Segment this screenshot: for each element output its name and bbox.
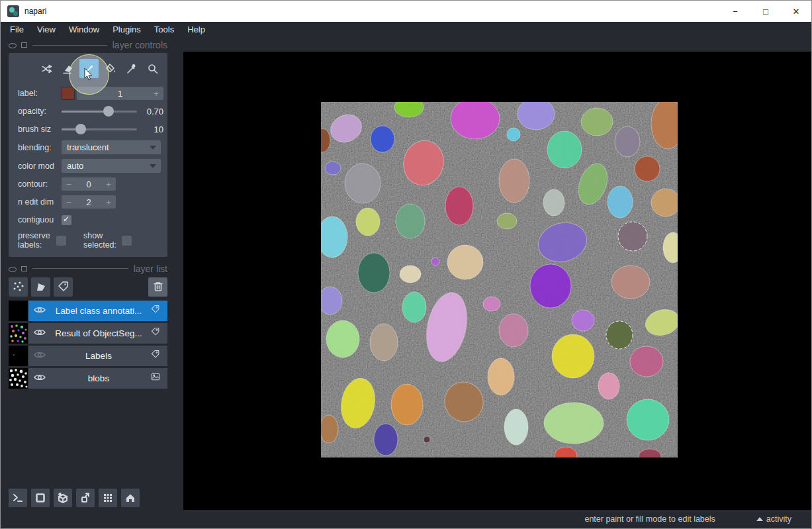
- n-edit-dim-row: n edit dim − 2 +: [18, 195, 163, 209]
- labels-layer-type-icon: [150, 304, 162, 317]
- paint-brush-icon: [83, 63, 95, 75]
- hide-panel-icon[interactable]: [9, 42, 16, 48]
- visibility-eye-icon[interactable]: [34, 305, 47, 316]
- opacity-slider-handle[interactable]: [103, 106, 114, 117]
- points-icon: [12, 280, 25, 293]
- brush-size-value: 10: [142, 124, 163, 134]
- blending-dropdown[interactable]: translucent: [62, 140, 161, 154]
- viewer-buttons: [9, 489, 140, 507]
- labels-toolbar: [13, 57, 163, 82]
- n-edit-dim-increment-button[interactable]: +: [101, 197, 116, 207]
- minimize-button[interactable]: −: [720, 1, 750, 22]
- visibility-eye-icon[interactable]: [34, 372, 47, 384]
- segmentation-image[interactable]: [321, 102, 678, 457]
- viewer-canvas[interactable]: [183, 52, 811, 511]
- show-selected-checkbox[interactable]: [122, 236, 132, 246]
- erase-button[interactable]: [58, 59, 77, 78]
- transpose-dimensions-button[interactable]: [76, 489, 95, 507]
- activity-label: activity: [766, 514, 791, 524]
- chevron-down-icon: [150, 164, 156, 168]
- contour-spinbox[interactable]: − 0 +: [62, 177, 116, 191]
- close-button[interactable]: ✕: [781, 1, 811, 22]
- pan-zoom-button[interactable]: [143, 59, 162, 78]
- layer-name: Label class annotati...: [50, 306, 148, 316]
- grid-view-button[interactable]: [99, 489, 117, 507]
- activity-toggle[interactable]: activity: [756, 514, 791, 524]
- image-layer-type-icon: [150, 371, 162, 385]
- menu-plugins[interactable]: Plugins: [106, 24, 148, 34]
- layer-row-label-class-annotations[interactable]: Label class annotati...: [9, 301, 167, 321]
- layer-name: Labels: [50, 351, 148, 361]
- home-icon: [124, 492, 136, 504]
- contour-decrement-button[interactable]: −: [62, 179, 76, 189]
- menu-window[interactable]: Window: [62, 24, 106, 34]
- home-button[interactable]: [121, 489, 140, 507]
- brush-size-slider[interactable]: [62, 122, 137, 136]
- maximize-button[interactable]: □: [750, 1, 781, 22]
- layer-row-blobs[interactable]: blobs: [9, 368, 167, 389]
- shapes-icon: [34, 280, 48, 293]
- color-mode-dropdown[interactable]: auto: [62, 159, 161, 173]
- eraser-icon: [62, 63, 74, 75]
- color-picker-button[interactable]: [122, 59, 141, 78]
- contour-row: contour: − 0 +: [18, 177, 163, 191]
- brush-size-slider-handle[interactable]: [75, 124, 86, 134]
- label-increment-button[interactable]: +: [149, 89, 163, 99]
- paint-button[interactable]: [79, 59, 99, 78]
- chevron-up-icon: [756, 517, 763, 521]
- opacity-row: opacity: 0.70: [18, 105, 163, 118]
- preserve-show-row: preserve labels: show selected:: [18, 231, 163, 250]
- tag-icon: [57, 280, 70, 293]
- opacity-slider[interactable]: [62, 105, 137, 118]
- transpose-icon: [79, 492, 91, 504]
- labels-layer-type-icon: [150, 326, 162, 340]
- console-icon: [12, 492, 24, 504]
- new-labels-layer-button[interactable]: [54, 277, 73, 297]
- preserve-labels-checkbox[interactable]: [56, 236, 66, 246]
- visibility-eye-icon[interactable]: [34, 327, 47, 339]
- magnifier-icon: [147, 63, 159, 75]
- fill-button[interactable]: [101, 59, 120, 78]
- show-selected-label: show selected:: [83, 231, 122, 250]
- blending-label: blending:: [18, 143, 62, 152]
- shuffle-icon: [41, 63, 53, 75]
- contiguous-row: contiguou: [18, 213, 163, 226]
- label-color-swatch[interactable]: [62, 87, 75, 100]
- console-button[interactable]: [9, 489, 27, 507]
- layer-list: Label class annotati...: [9, 301, 167, 389]
- menu-view[interactable]: View: [30, 24, 62, 34]
- status-bar: enter paint or fill mode to edit labels …: [1, 510, 811, 528]
- menu-help[interactable]: Help: [181, 24, 212, 34]
- toggle-2d-3d-button[interactable]: [31, 489, 50, 507]
- n-edit-dim-spinbox[interactable]: − 2 +: [62, 195, 116, 209]
- fill-bucket-icon: [105, 63, 116, 75]
- float-panel-icon[interactable]: [21, 42, 27, 48]
- contour-value[interactable]: 0: [76, 179, 101, 189]
- color-mode-label: color mod: [18, 162, 62, 171]
- float-panel-icon[interactable]: [21, 266, 27, 271]
- n-edit-dim-value[interactable]: 2: [76, 197, 101, 207]
- contour-label: contour:: [18, 179, 62, 189]
- menu-tools[interactable]: Tools: [148, 24, 181, 34]
- new-points-layer-button[interactable]: [9, 277, 28, 297]
- roll-dimensions-button[interactable]: [54, 489, 72, 507]
- contour-increment-button[interactable]: +: [101, 179, 116, 189]
- label-value[interactable]: 1: [91, 89, 149, 99]
- label-spinbox[interactable]: − 1 +: [77, 87, 163, 100]
- contiguous-checkbox[interactable]: [62, 215, 71, 225]
- layer-name: Result of ObjectSeg...: [50, 328, 148, 338]
- n-edit-dim-decrement-button[interactable]: −: [62, 197, 76, 207]
- layer-row-result-of-objectseg[interactable]: Result of ObjectSeg...: [9, 323, 167, 344]
- visibility-eye-icon-hidden[interactable]: [34, 350, 47, 361]
- title-bar: napari − □ ✕: [1, 1, 811, 22]
- window-title: napari: [24, 7, 46, 16]
- menu-file[interactable]: File: [3, 24, 30, 34]
- layer-controls-panel: label: − 1 + opacity: 0.70: [9, 53, 167, 257]
- shuffle-colors-button[interactable]: [37, 59, 56, 78]
- hide-panel-icon[interactable]: [9, 266, 16, 271]
- label-decrement-button[interactable]: −: [77, 89, 91, 99]
- preserve-labels-label: preserve labels:: [18, 231, 56, 250]
- delete-layer-button[interactable]: [148, 277, 167, 297]
- new-shapes-layer-button[interactable]: [31, 277, 50, 297]
- layer-row-labels[interactable]: Labels: [9, 346, 167, 366]
